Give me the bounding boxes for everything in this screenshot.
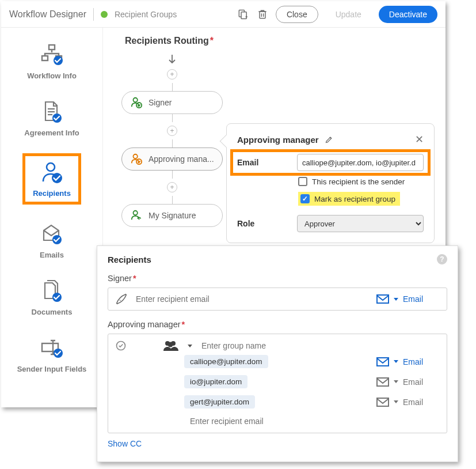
divider: [93, 8, 94, 21]
email-row: Email: [237, 154, 424, 171]
is-sender-row: This recipient is the sender: [298, 177, 424, 186]
step-label: Approving mana...: [148, 154, 214, 164]
mail-icon: [376, 294, 389, 304]
agreement-info-icon: [39, 99, 65, 125]
routing-flow: + Signer + Approving mana... + My Signat…: [112, 54, 232, 227]
pen-icon: [115, 293, 128, 305]
copy-icon[interactable]: [237, 8, 249, 21]
chevron-down-icon: [394, 298, 398, 301]
step-my-signature[interactable]: My Signature: [121, 204, 223, 227]
step-editor: Approving manager ✕ Email This recipient…: [226, 123, 435, 243]
svg-rect-26: [377, 295, 389, 303]
nav-workflow-info[interactable]: Workflow Info: [27, 41, 77, 80]
member-channel-picker[interactable]: Email: [376, 398, 440, 407]
left-nav: Workflow Info Agreement Info: [1, 28, 102, 407]
channel-label: Email: [403, 294, 423, 304]
approver-icon: [130, 153, 143, 165]
member-chip[interactable]: io@jupiter.dom: [184, 375, 247, 388]
signer-input-row[interactable]: Enter recipient email Email: [108, 288, 447, 311]
workflow-info-icon: [39, 41, 65, 68]
nav-documents[interactable]: Documents: [32, 278, 73, 316]
edit-icon[interactable]: [325, 135, 333, 144]
svg-point-15: [47, 163, 55, 171]
member-row: gert@jupiter.dom Email: [115, 392, 440, 412]
status-text: Recipient Groups: [115, 10, 177, 19]
nav-label: Emails: [40, 251, 64, 259]
canvas-title-text: Recipients Routing: [125, 36, 209, 46]
mail-icon: [376, 398, 389, 407]
chevron-down-icon: [394, 380, 398, 383]
deactivate-button[interactable]: Deactivate: [379, 6, 437, 23]
show-cc-link[interactable]: Show CC: [108, 439, 447, 448]
approver-section-label: Approving manager*: [108, 320, 447, 329]
help-icon[interactable]: ?: [437, 254, 447, 264]
nav-label: Sender Input Fields: [17, 365, 87, 373]
status-dot-icon: [101, 11, 108, 18]
svg-rect-8: [42, 56, 48, 60]
emails-icon: [39, 221, 65, 247]
mail-icon: [376, 377, 389, 387]
canvas-title: Recipients Routing*: [125, 36, 214, 46]
nav-label: Agreement Info: [24, 128, 79, 137]
role-row: Role Approver: [237, 215, 424, 232]
svg-point-30: [168, 342, 173, 347]
nav-recipients[interactable]: Recipients: [25, 156, 79, 202]
recipients-icon: [39, 159, 65, 186]
recipients-title: Recipients: [108, 255, 151, 264]
close-button[interactable]: Close: [276, 6, 318, 23]
close-icon[interactable]: ✕: [415, 133, 424, 146]
nav-label: Documents: [32, 308, 73, 316]
svg-point-25: [134, 211, 138, 215]
self-sign-icon: [130, 209, 143, 222]
add-member-input[interactable]: Enter recipient email: [115, 412, 440, 427]
add-step-button[interactable]: +: [167, 69, 177, 80]
nav-label: Workflow Info: [27, 71, 77, 80]
arrow-down-icon: [168, 54, 176, 66]
svg-rect-4: [260, 12, 265, 18]
mark-group-label: Mark as recipient group: [314, 195, 395, 203]
svg-rect-33: [377, 398, 389, 406]
member-row: io@jupiter.dom Email: [115, 372, 440, 392]
add-step-button[interactable]: +: [167, 182, 177, 192]
role-select[interactable]: Approver: [297, 215, 424, 232]
nav-emails[interactable]: Emails: [39, 221, 65, 259]
step-label: Signer: [148, 98, 172, 107]
nav-label: Recipients: [33, 189, 71, 198]
svg-point-21: [134, 98, 138, 102]
step-label: My Signature: [148, 211, 196, 220]
role-label: Role: [237, 219, 290, 228]
chevron-down-icon: [394, 400, 398, 403]
app-title: Workflow Designer: [9, 9, 86, 20]
step-approving-manager[interactable]: Approving mana...: [121, 147, 223, 171]
group-name-input[interactable]: [200, 341, 440, 351]
signer-icon: [130, 96, 143, 109]
nav-agreement-info[interactable]: Agreement Info: [24, 99, 79, 137]
add-step-button[interactable]: +: [167, 126, 177, 136]
is-sender-label: This recipient is the sender: [312, 177, 405, 186]
svg-rect-31: [377, 358, 389, 366]
approver-group-box: calliope@jupiter.dom Email io@jupiter.do…: [108, 334, 447, 433]
mark-group-row: ✓ Mark as recipient group: [298, 192, 424, 206]
mark-group-checkbox[interactable]: ✓: [300, 194, 310, 203]
member-chip[interactable]: calliope@jupiter.dom: [184, 355, 268, 368]
signer-section-label: Signer*: [108, 274, 447, 283]
signer-channel-picker[interactable]: Email: [376, 294, 440, 304]
email-input[interactable]: [297, 154, 424, 171]
chevron-down-icon[interactable]: [188, 345, 192, 347]
step-signer[interactable]: Signer: [121, 91, 223, 114]
email-label: Email: [237, 158, 290, 167]
member-channel-picker[interactable]: Email: [376, 357, 440, 366]
channel-label: Email: [403, 377, 423, 387]
recipients-card: Recipients ? Signer* Enter recipient ema…: [97, 245, 458, 462]
member-chip[interactable]: gert@jupiter.dom: [184, 395, 255, 409]
svg-point-23: [134, 154, 138, 158]
app-header: Workflow Designer Recipient Groups Close…: [1, 1, 445, 28]
member-row: calliope@jupiter.dom Email: [115, 351, 440, 372]
mail-icon: [376, 357, 389, 366]
trash-icon[interactable]: [256, 8, 269, 21]
member-channel-picker[interactable]: Email: [376, 377, 440, 387]
editor-title: Approving manager: [237, 135, 319, 145]
nav-sender-input-fields[interactable]: Sender Input Fields: [17, 335, 87, 373]
required-asterisk: *: [210, 36, 214, 46]
is-sender-checkbox[interactable]: [298, 177, 307, 186]
